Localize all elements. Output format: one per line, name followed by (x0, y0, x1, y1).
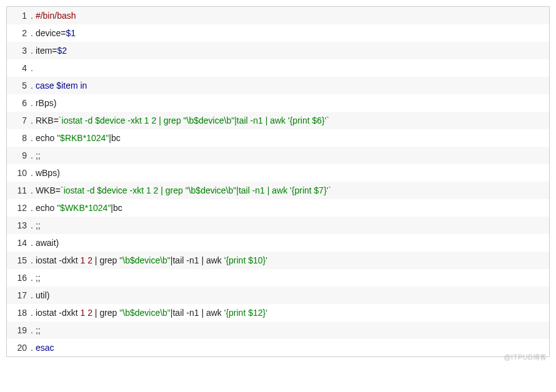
code-token: 2 (87, 255, 92, 265)
code-token: case (36, 81, 54, 91)
code-line: 14.await) (7, 234, 549, 252)
code-token: rBps) (36, 98, 56, 108)
line-number-dot: . (31, 133, 36, 143)
line-content: device=$1 (36, 28, 76, 38)
code-line: 16.;; (7, 269, 549, 287)
line-number: 1 (7, 11, 31, 21)
line-number: 2 (7, 28, 31, 38)
code-token: await) (36, 238, 59, 248)
line-number-dot: . (31, 273, 36, 283)
code-line: 12.echo "$WKB*1024"|bc (7, 199, 549, 217)
code-line: 2.device=$1 (7, 24, 549, 42)
code-token: ;; (36, 150, 41, 160)
code-line: 9.;; (7, 147, 549, 164)
line-number-dot: . (31, 28, 36, 38)
code-token: WKB= (36, 185, 61, 195)
line-number: 16 (7, 273, 31, 283)
code-token: | grep (92, 255, 119, 265)
line-number-dot: . (31, 343, 36, 353)
code-token: $2 (57, 46, 67, 56)
code-token: iostat -dxkt (36, 255, 81, 265)
code-token: |bc (109, 133, 120, 143)
line-number: 14 (7, 238, 31, 248)
line-number-dot: . (31, 63, 36, 73)
line-number-dot: . (31, 98, 36, 108)
line-number: 7 (7, 115, 31, 125)
line-number: 12 (7, 203, 31, 213)
line-number-dot: . (31, 238, 36, 248)
code-token: '{print $12}' (224, 308, 267, 318)
line-number: 18 (7, 308, 31, 318)
code-token: "\b$device\b" (119, 308, 171, 318)
code-token: | grep (92, 308, 119, 318)
line-number-dot: . (31, 325, 36, 335)
line-number-dot: . (31, 220, 36, 230)
line-number-dot: . (31, 81, 36, 91)
line-number-dot: . (31, 46, 36, 56)
watermark: @ITPUB博客 (504, 353, 547, 362)
line-number: 5 (7, 81, 31, 91)
line-number: 3 (7, 46, 31, 56)
code-token: ;; (36, 220, 41, 230)
code-token: esac (36, 343, 54, 353)
code-token: "$RKB*1024" (57, 133, 109, 143)
code-token: $item (56, 81, 77, 91)
code-token: "$WKB*1024" (57, 203, 111, 213)
line-content: item=$2 (36, 46, 67, 56)
line-number: 17 (7, 290, 31, 300)
line-number: 6 (7, 98, 31, 108)
line-number: 10 (7, 168, 31, 178)
line-content: echo "$RKB*1024"|bc (36, 133, 121, 143)
line-number: 11 (7, 185, 31, 195)
code-token: `iostat -d $device -xkt 1 2 | grep "\b$d… (61, 185, 331, 195)
line-number-dot: . (31, 115, 36, 125)
code-token: echo (36, 133, 57, 143)
code-token: #/bin/bash (36, 11, 76, 21)
code-block: 1.#/bin/bash2.device=$13.item=$24.5.case… (6, 6, 550, 357)
line-content: wBps) (36, 168, 60, 178)
line-number-dot: . (31, 203, 36, 213)
code-token: ;; (36, 325, 41, 335)
line-content: #/bin/bash (36, 11, 76, 21)
line-content: ;; (36, 150, 41, 160)
line-content: ;; (36, 325, 41, 335)
line-content: ;; (36, 273, 41, 283)
line-number-dot: . (31, 255, 36, 265)
line-number: 8 (7, 133, 31, 143)
code-line: 20.esac (7, 339, 549, 356)
line-number: 20 (7, 343, 31, 353)
line-number: 13 (7, 220, 31, 230)
code-line: 6.rBps) (7, 94, 549, 112)
line-content: iostat -dxkt 1 2 | grep "\b$device\b"|ta… (36, 255, 267, 265)
line-number: 19 (7, 325, 31, 335)
code-line: 11.WKB=`iostat -d $device -xkt 1 2 | gre… (7, 182, 549, 199)
line-content: esac (36, 343, 54, 353)
line-number-dot: . (31, 290, 36, 300)
code-line: 17.util) (7, 287, 549, 304)
line-content: WKB=`iostat -d $device -xkt 1 2 | grep "… (36, 185, 331, 195)
code-token: |tail -n1 | awk (171, 255, 224, 265)
line-content: RKB=`iostat -d $device -xkt 1 2 | grep "… (36, 115, 329, 125)
code-token: device= (36, 28, 66, 38)
code-line: 4. (7, 59, 549, 77)
code-token: item= (36, 46, 57, 56)
code-line: 10.wBps) (7, 164, 549, 182)
code-token: in (80, 81, 87, 91)
code-token: echo (36, 203, 57, 213)
line-content: util) (36, 290, 50, 300)
line-content: rBps) (36, 98, 56, 108)
code-line: 13.;; (7, 217, 549, 234)
code-token: |tail -n1 | awk (171, 308, 224, 318)
line-number-dot: . (31, 185, 36, 195)
line-content: case $item in (36, 81, 87, 91)
code-line: 15.iostat -dxkt 1 2 | grep "\b$device\b"… (7, 252, 549, 269)
code-token: util) (36, 290, 50, 300)
line-content: ;; (36, 220, 41, 230)
code-line: 8.echo "$RKB*1024"|bc (7, 129, 549, 147)
code-token: iostat -dxkt (36, 308, 81, 318)
code-line: 5.case $item in (7, 77, 549, 94)
line-number: 4 (7, 63, 31, 73)
code-token: `iostat -d $device -xkt 1 2 | grep "\b$d… (59, 115, 329, 125)
line-number-dot: . (31, 308, 36, 318)
code-token: ;; (36, 273, 41, 283)
